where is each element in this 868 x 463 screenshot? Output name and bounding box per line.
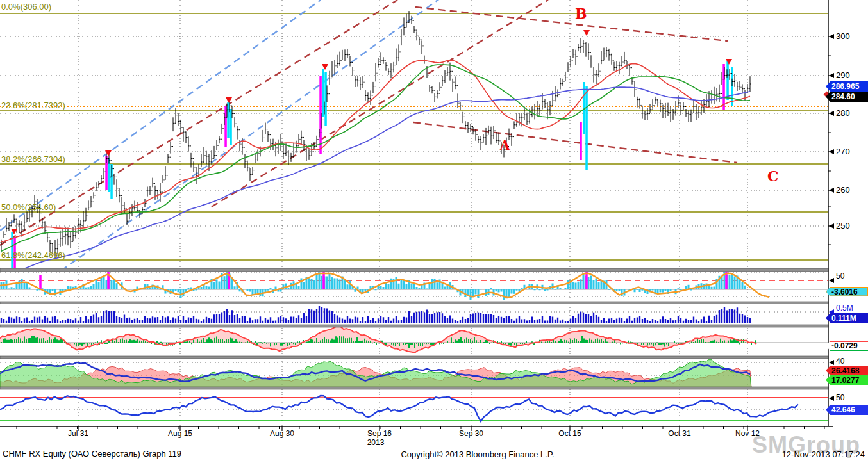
x-tick-label: Sep 30 — [459, 430, 483, 437]
panel-separator — [0, 302, 828, 304]
momentum-line — [0, 327, 756, 352]
osc-signal-line — [0, 273, 769, 298]
y-tick-arrow-icon — [829, 188, 834, 193]
rsi-panel-series — [0, 396, 800, 421]
bloomberg-chart-window: 0.0%(306.00) 23.6%(281.7392) 38.2%(266.7… — [0, 0, 868, 463]
highlight-cyan-bar — [230, 109, 232, 145]
fib-label-50: 50.0%(254.60) — [1, 203, 56, 211]
highlight-cyan-bar — [585, 86, 588, 170]
chart-canvas — [0, 0, 868, 463]
y-tick-label: 280 — [836, 109, 850, 117]
wave-label-c: C — [767, 169, 779, 183]
last-price-tag: 286.965 — [826, 81, 868, 92]
dmi-plus-tag: 17.0277 — [826, 375, 868, 385]
panel-separator — [0, 356, 828, 359]
panel-separator — [0, 387, 828, 389]
y-tick-arrow-icon — [829, 73, 834, 78]
trendline-red — [415, 7, 728, 41]
highlight-cyan-bar — [322, 69, 324, 117]
osc-histogram — [1, 272, 745, 300]
price-bars — [0, 11, 751, 277]
fib-label-23: 23.6%(281.7392) — [1, 101, 65, 110]
highlight-magenta-bar — [580, 122, 582, 160]
highlight-cyan-bar — [227, 102, 230, 138]
x-tick-label: Oct 15 — [558, 430, 581, 437]
y-tick-arrow-icon — [829, 149, 834, 154]
rsi-line — [0, 396, 798, 421]
copyright-label: Copyright© 2013 Bloomberg Finance L.P. — [401, 450, 554, 459]
y-tick-label: 300 — [836, 32, 850, 40]
panel-tick-label: 50 — [836, 272, 844, 280]
panel-separator — [0, 325, 828, 327]
trendline-red — [413, 122, 737, 163]
x-tick-label: Oct 31 — [668, 430, 690, 437]
panel-tick-arrow-icon — [829, 360, 834, 365]
y-tick-arrow-icon — [829, 223, 834, 229]
highlight-cyan-bar — [726, 61, 729, 100]
security-label: CHMF RX Equity (ОАО Северсталь) Graph 11… — [3, 450, 181, 458]
y-tick-label: 290 — [836, 71, 850, 79]
ma-mid-green — [1, 65, 750, 251]
volume-bars — [1, 306, 750, 323]
panel-separator — [0, 268, 828, 272]
trend-channels — [0, 0, 737, 271]
fib-label-61: 61.8%(242.4696) — [1, 251, 65, 259]
osc-value-tag: -3.6016 — [826, 287, 868, 296]
highlight-magenta-bar — [224, 106, 227, 147]
y-tick-arrow-icon — [829, 34, 834, 39]
prev-close-tag: 284.60 — [826, 92, 868, 102]
wave-label-a: A — [499, 138, 510, 152]
panel-tick-label: 50 — [836, 394, 844, 402]
ohlc-bars — [0, 11, 751, 257]
rsi-overbought-fill — [0, 396, 800, 421]
fib-label-0: 0.0%(306.00) — [1, 3, 51, 11]
x-tick-label: Aug 30 — [270, 430, 294, 437]
highlight-cyan-bar — [324, 72, 327, 126]
panel-tick-arrow-icon — [829, 396, 834, 401]
x-tick-label: Aug 15 — [168, 430, 192, 437]
y-tick-label: 260 — [836, 186, 850, 194]
dmi-minus-tag: 26.4168 — [826, 366, 868, 375]
sell-arrow-icon — [583, 30, 590, 36]
panel-tick-label: 40 — [836, 357, 844, 365]
sell-arrow-icon — [322, 64, 328, 70]
momentum-value-tag: -0.0729 — [826, 341, 868, 351]
panel-tick-arrow-icon — [829, 278, 834, 283]
y-tick-label: 270 — [836, 147, 850, 156]
dmi-panel-series — [0, 360, 751, 388]
momentum-panel-series — [0, 327, 756, 352]
x-tick-label: Nov 12 — [735, 430, 760, 437]
x-tick-label: Sep 16 — [367, 430, 392, 437]
x-axis-year-label: 2013 — [367, 439, 385, 446]
x-tick-label: Jul 31 — [68, 430, 88, 437]
panel-tick-label: 0.5M — [836, 304, 853, 312]
wave-label-b: B — [575, 6, 587, 20]
trendline-blue — [61, 0, 442, 271]
highlight-cyan-bar — [731, 67, 733, 106]
highlight-magenta-bar — [319, 76, 322, 154]
volume-value-tag: 0.111M — [826, 313, 868, 323]
ma-slow-blue — [1, 87, 750, 277]
y-tick-label: 250 — [836, 222, 850, 230]
y-tick-arrow-icon — [829, 111, 834, 116]
timestamp-label: 12-Nov-2013 07:17:24 — [782, 450, 865, 459]
signal-highlight-bars — [11, 61, 733, 272]
fib-label-38: 38.2%(266.7304) — [1, 155, 65, 163]
rsi-value-tag: 42.646 — [826, 405, 868, 415]
volume-panel-series — [1, 306, 750, 323]
